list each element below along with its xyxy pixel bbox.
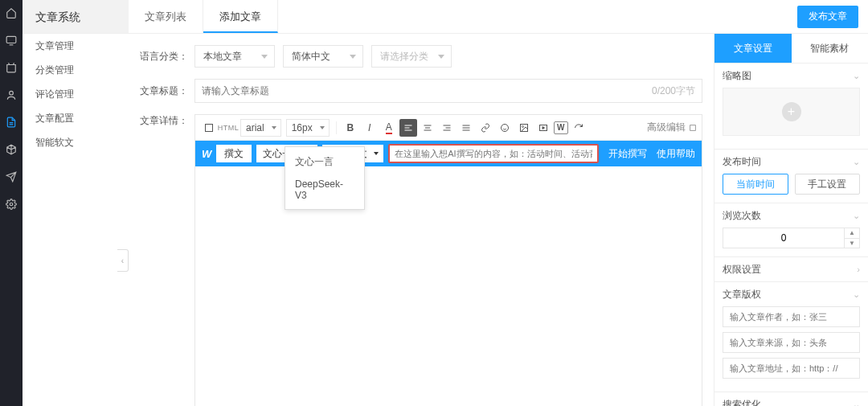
main: 语言分类： 本地文章 简体中文 请选择分类 文章标题： 0/200字节 文章详情… xyxy=(129,34,714,406)
ai-start-link[interactable]: 开始撰写 xyxy=(608,147,647,161)
ai-model-dropdown: 文心一言 DeepSeek-V3 xyxy=(285,146,365,210)
lang-label: 语言分类： xyxy=(140,50,194,64)
html-source-icon[interactable]: HTML xyxy=(219,119,237,137)
ai-write-button[interactable]: 撰文 xyxy=(216,145,252,162)
tab-add[interactable]: 添加文章 xyxy=(203,0,278,33)
author-input[interactable] xyxy=(723,306,860,327)
display-icon[interactable] xyxy=(5,34,18,47)
svg-point-6 xyxy=(522,125,523,127)
rp-pubtime-label: 发布时间 xyxy=(723,155,761,169)
rp-copyright-head[interactable]: 文章版权⌄ xyxy=(723,282,860,306)
sidebar-item-articles[interactable]: 文章管理 xyxy=(23,34,129,58)
chevron-down-icon: ⌄ xyxy=(853,157,860,167)
sidebar-item-categories[interactable]: 分类管理 xyxy=(23,58,129,82)
word-icon[interactable]: W xyxy=(554,121,568,134)
rp-views-label: 浏览次数 xyxy=(723,209,761,223)
align-right-icon[interactable] xyxy=(438,119,456,137)
ai-model-option-1[interactable]: DeepSeek-V3 xyxy=(285,174,364,206)
cube-icon[interactable] xyxy=(5,143,18,156)
sidebar-item-ai[interactable]: 智能软文 xyxy=(23,130,129,154)
chevron-down-icon: ⌄ xyxy=(853,71,860,81)
topbar: 文章列表 添加文章 发布文章 xyxy=(129,0,868,34)
sidebar: 文章系统 文章管理 分类管理 评论管理 文章配置 智能软文 xyxy=(23,0,129,406)
editor: HTML arial 16px B I A W 高级编辑 xyxy=(194,114,702,406)
users-icon[interactable] xyxy=(5,88,18,101)
ai-model-option-0[interactable]: 文心一言 xyxy=(285,150,364,174)
editor-toolbar: HTML arial 16px B I A W 高级编辑 xyxy=(195,115,702,141)
align-left-icon[interactable] xyxy=(399,119,417,137)
chevron-down-icon: ⌄ xyxy=(853,211,860,221)
lang-type-select[interactable]: 本地文章 xyxy=(194,45,275,68)
ai-prompt-input[interactable] xyxy=(390,146,597,162)
source-input[interactable] xyxy=(723,332,860,353)
font-select[interactable]: arial xyxy=(240,119,281,137)
fullscreen-icon[interactable] xyxy=(200,119,218,137)
ai-bar: W 撰文 文心一言 营销软文 开始撰写 使用帮助 xyxy=(195,141,702,166)
redo-icon[interactable] xyxy=(570,119,588,137)
title-input[interactable] xyxy=(202,80,647,101)
tab-list[interactable]: 文章列表 xyxy=(129,0,203,33)
align-center-icon[interactable] xyxy=(419,119,436,137)
advanced-edit-label: 高级编辑 xyxy=(647,121,686,134)
ai-help-link[interactable]: 使用帮助 xyxy=(657,147,695,161)
right-panel: 文章设置 智能素材 缩略图⌄ + 发布时间⌄ 当前时间 手工设置 浏览次数⌄ ▲… xyxy=(714,34,868,406)
category-select[interactable]: 请选择分类 xyxy=(371,45,452,68)
url-input[interactable] xyxy=(723,358,860,379)
lang-select[interactable]: 简体中文 xyxy=(283,45,363,68)
ai-logo-icon: W xyxy=(202,148,211,160)
chevron-right-icon: › xyxy=(857,265,860,274)
rp-tab-material[interactable]: 智能素材 xyxy=(792,34,869,63)
svg-point-1 xyxy=(10,91,14,95)
publish-button[interactable]: 发布文章 xyxy=(797,6,858,28)
home-icon[interactable] xyxy=(5,6,18,19)
advanced-edit-link[interactable]: 高级编辑 xyxy=(647,121,697,134)
fontcolor-icon[interactable]: A xyxy=(380,119,398,137)
title-count: 0/200字节 xyxy=(647,84,695,98)
rp-thumb-head[interactable]: 缩略图⌄ xyxy=(723,64,860,88)
svg-point-2 xyxy=(10,203,13,206)
video-icon[interactable] xyxy=(534,119,552,137)
align-justify-icon[interactable] xyxy=(457,119,475,137)
rp-perm-label: 权限设置 xyxy=(723,263,761,277)
chevron-down-icon: ⌄ xyxy=(853,400,860,407)
svg-rect-0 xyxy=(6,36,16,43)
sidebar-collapse-handle[interactable]: ‹ xyxy=(117,249,129,272)
article-icon[interactable] xyxy=(5,116,18,129)
manual-time-button[interactable]: 手工设置 xyxy=(795,174,861,195)
detail-label: 文章详情： xyxy=(140,114,194,406)
chevron-down-icon: ⌄ xyxy=(853,289,860,300)
rp-pubtime-head[interactable]: 发布时间⌄ xyxy=(723,150,860,174)
rp-seo-label: 搜索优化 xyxy=(723,398,761,407)
rp-copyright-label: 文章版权 xyxy=(723,288,761,301)
emoji-icon[interactable] xyxy=(496,119,514,137)
rp-tab-settings[interactable]: 文章设置 xyxy=(714,34,792,63)
thumb-upload[interactable]: + xyxy=(723,88,860,136)
image-icon[interactable] xyxy=(515,119,533,137)
rp-thumb-label: 缩略图 xyxy=(723,69,751,83)
views-input[interactable] xyxy=(723,228,845,248)
divider xyxy=(336,121,337,134)
plus-icon: + xyxy=(782,102,801,121)
rp-views-head[interactable]: 浏览次数⌄ xyxy=(723,203,860,228)
sidebar-item-config[interactable]: 文章配置 xyxy=(23,106,129,130)
bold-icon[interactable]: B xyxy=(342,119,359,137)
now-time-button[interactable]: 当前时间 xyxy=(723,174,788,195)
svg-point-4 xyxy=(501,124,508,131)
send-icon[interactable] xyxy=(5,170,18,183)
size-select[interactable]: 16px xyxy=(286,119,330,137)
editor-body[interactable] xyxy=(195,166,702,406)
rp-seo-head[interactable]: 搜索优化⌄ xyxy=(723,392,860,406)
rp-permission-head[interactable]: 权限设置› xyxy=(723,257,860,281)
bag-icon[interactable] xyxy=(5,61,18,74)
italic-icon[interactable]: I xyxy=(361,119,379,137)
icon-rail xyxy=(0,0,23,406)
svg-rect-8 xyxy=(690,125,696,130)
sidebar-item-comments[interactable]: 评论管理 xyxy=(23,82,129,106)
views-down-icon[interactable]: ▼ xyxy=(845,239,859,248)
svg-rect-3 xyxy=(206,124,213,131)
settings-icon[interactable] xyxy=(5,198,18,211)
sidebar-title: 文章系统 xyxy=(23,0,129,34)
views-up-icon[interactable]: ▲ xyxy=(845,228,859,239)
title-label: 文章标题： xyxy=(140,84,194,98)
link-icon[interactable] xyxy=(477,119,494,137)
